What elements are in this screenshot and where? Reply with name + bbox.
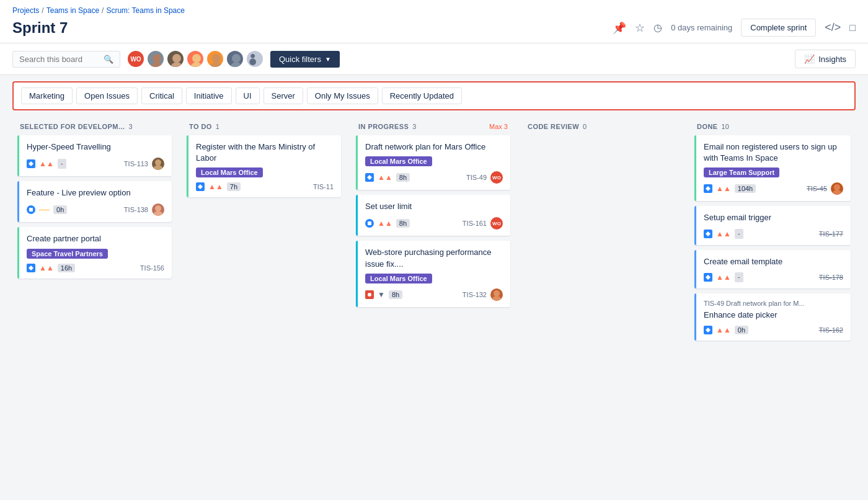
filter-initiative[interactable]: Initiative: [186, 87, 232, 104]
column-cards-done: Email non registered users to sign up wi…: [689, 135, 856, 346]
column-count-inprogress: 3: [412, 123, 416, 130]
card-tis161[interactable]: Set user limit ▲▲ 8h TIS-161 WO: [356, 195, 510, 236]
breadcrumb-sep2: /: [102, 6, 104, 15]
filter-ui[interactable]: UI: [236, 87, 260, 104]
avatar-5[interactable]: [226, 50, 244, 68]
card-tis177[interactable]: Setup email trigger ▲▲ - TIS-177: [694, 206, 851, 244]
card-footer: ▲▲ 0h TIS-162: [704, 326, 843, 334]
card-title: Email non registered users to sign up wi…: [704, 141, 843, 164]
column-title-codereview: CODE REVIEW: [528, 123, 579, 130]
svg-point-11: [249, 58, 256, 65]
expand-icon[interactable]: □: [849, 22, 856, 33]
card-tis49[interactable]: Draft network plan for Mars Office Local…: [356, 135, 510, 190]
card-title: Setup email trigger: [704, 212, 843, 223]
column-title-inprogress: IN PROGRESS: [358, 123, 409, 130]
filter-marketing[interactable]: Marketing: [21, 87, 73, 104]
priority-icon: ▲▲: [716, 326, 731, 334]
filter-open-issues[interactable]: Open Issues: [76, 87, 138, 104]
svg-point-20: [492, 296, 502, 301]
card-label: Large Team Support: [704, 167, 779, 177]
breadcrumb-scrum[interactable]: Scrum: Teams in Space: [106, 6, 185, 15]
time-badge: 8h: [396, 173, 410, 182]
card-label: Local Mars Office: [365, 156, 432, 166]
avatar-2[interactable]: [166, 50, 185, 68]
svg-point-22: [832, 190, 842, 195]
time-badge: 7h: [227, 182, 241, 191]
filter-critical[interactable]: Critical: [141, 87, 182, 104]
column-count-done: 10: [722, 123, 729, 130]
page-title: Sprint 7: [12, 19, 68, 37]
priority-icon: ▲▲: [208, 182, 223, 191]
avatar-4[interactable]: [206, 50, 224, 68]
avatar-1[interactable]: [146, 50, 165, 68]
story-icon: [196, 182, 205, 191]
card-tis178[interactable]: Create email template ▲▲ - TIS-178: [694, 250, 851, 288]
star-icon[interactable]: ☆: [635, 21, 645, 35]
quick-filters-button[interactable]: Quick filters ▼: [270, 51, 340, 68]
share-icon[interactable]: </>: [825, 21, 841, 34]
svg-point-0: [153, 54, 161, 63]
card-tis132[interactable]: Web-store purchasing performance issue f…: [356, 241, 510, 306]
card-title: Create email template: [704, 256, 843, 267]
card-title: Create partner portal: [27, 233, 164, 244]
column-inprogress: IN PROGRESS 3 Max 3 Draft network plan f…: [351, 117, 515, 346]
card-id-strikethrough: TIS-178: [819, 274, 843, 281]
card-avatar: [152, 203, 164, 216]
card-footer: ▲▲ - TIS-177: [704, 229, 843, 239]
task-icon: [365, 219, 374, 228]
column-cards-selected: Hyper-Speed Travelling ▲▲ - TIS-113 Feat…: [12, 135, 177, 283]
card-tis45[interactable]: Email non registered users to sign up wi…: [694, 135, 851, 201]
card-footer: ▲▲ 8h TIS-49 WO: [365, 171, 503, 184]
column-done: DONE 10 Email non registered users to si…: [689, 117, 856, 346]
svg-rect-14: [29, 208, 33, 212]
card-tis162[interactable]: TIS-49 Draft network plan for M... Enhan…: [694, 293, 851, 341]
search-box: 🔍: [12, 51, 120, 68]
breadcrumb-teams[interactable]: Teams in Space: [46, 6, 99, 15]
search-input[interactable]: [19, 55, 100, 64]
column-selected: SELECTED FOR DEVELOPM... 3 Hyper-Speed T…: [12, 117, 177, 346]
filter-server[interactable]: Server: [264, 87, 303, 104]
priority-icon: ▲▲: [716, 230, 731, 238]
card-title: Enhance date picker: [704, 310, 843, 321]
column-title-done: DONE: [697, 123, 718, 130]
card-label: Local Mars Office: [365, 274, 432, 283]
card-title: Set user limit: [365, 201, 503, 212]
pin-icon[interactable]: 📌: [613, 21, 626, 35]
avatar-6[interactable]: [246, 50, 264, 68]
filter-recently-updated[interactable]: Recently Updated: [382, 87, 462, 104]
svg-point-18: [368, 293, 371, 297]
time-badge: 104h: [735, 184, 756, 193]
time-badge: 16h: [58, 264, 75, 272]
insights-button[interactable]: 📈 Insights: [795, 50, 856, 68]
chevron-icon: ▼: [325, 56, 331, 63]
card-tis138[interactable]: Feature - Live preview option ── 0h TIS-…: [17, 181, 172, 222]
svg-point-7: [210, 62, 223, 68]
card-id: TIS-11: [313, 183, 334, 190]
page-header: Sprint 7 📌 ☆ ◷ 0 days remaining Complete…: [12, 16, 856, 43]
avatar-3[interactable]: [186, 50, 205, 68]
card-tis113[interactable]: Hyper-Speed Travelling ▲▲ - TIS-113: [17, 135, 172, 176]
card-tis11[interactable]: Register with the Mars Ministry of Labor…: [187, 135, 341, 197]
priority-icon: ▲▲: [716, 273, 731, 282]
breadcrumb-projects[interactable]: Projects: [12, 6, 39, 15]
card-footer: ▲▲ 16h TIS-156: [27, 264, 164, 272]
card-footer: ── 0h TIS-138: [27, 203, 164, 216]
story-icon: [704, 326, 712, 334]
avatar-wo[interactable]: WO: [126, 50, 145, 68]
card-id-strikethrough: TIS-162: [819, 326, 843, 334]
column-title-todo: TO DO: [189, 123, 212, 130]
column-count-codereview: 0: [583, 123, 587, 130]
card-tis156[interactable]: Create partner portal Space Travel Partn…: [17, 227, 172, 278]
column-cards-inprogress: Draft network plan for Mars Office Local…: [351, 135, 515, 312]
card-title: Feature - Live preview option: [27, 187, 164, 199]
card-footer: ▼ 8h TIS-132: [365, 288, 503, 301]
time-badge: 0h: [735, 326, 748, 334]
avatars: WO: [126, 50, 264, 68]
complete-sprint-button[interactable]: Complete sprint: [741, 19, 816, 37]
card-id: TIS-156: [140, 264, 164, 272]
svg-point-4: [192, 54, 201, 63]
days-remaining: 0 days remaining: [671, 23, 732, 32]
card-ref: TIS-49 Draft network plan for M...: [704, 300, 843, 307]
priority-medium-icon: ──: [39, 205, 50, 214]
filter-only-my-issues[interactable]: Only My Issues: [307, 87, 378, 104]
